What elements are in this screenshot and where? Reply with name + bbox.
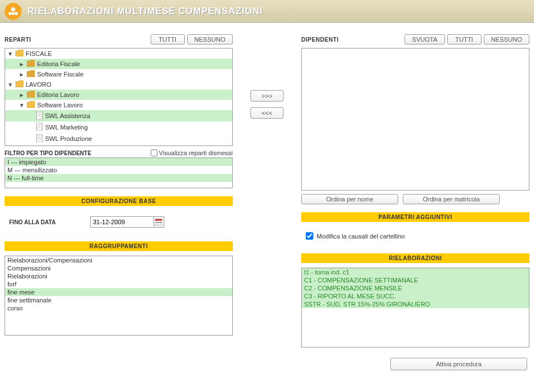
page-title: RIELABORAZIONI MULTIMESE COMPENSAZIONI [27, 6, 263, 17]
folder-icon [15, 80, 23, 88]
filtro-item[interactable]: I --- impiegato [5, 158, 232, 166]
riel-list[interactable]: t1 - torna ind. c1C1 - COMPENSAZIONE SET… [301, 268, 529, 347]
ragg-item[interactable]: corso [5, 304, 232, 312]
order-by-name-button[interactable]: Ordina per nome [301, 194, 398, 204]
tree-node[interactable]: SWL Marketing [5, 122, 232, 133]
order-by-matricola-button[interactable]: Ordina per matricola [403, 194, 500, 204]
svg-point-2 [11, 11, 15, 14]
show-dismissed-label: Visualizza reparti dismessi [159, 149, 233, 156]
ragg-item[interactable]: forf [5, 280, 232, 288]
riel-item[interactable]: t1 - torna ind. c1 [302, 268, 529, 276]
ragg-item[interactable]: Rielaborazioni [5, 272, 232, 280]
tree-node[interactable]: ►Editoria Fiscale [5, 59, 232, 69]
tree-node[interactable]: SWL Produzione [5, 133, 232, 144]
tree-node-label: FISCALE [26, 50, 52, 57]
tree-node-label: LAVORO [26, 81, 51, 88]
document-icon [36, 134, 43, 143]
svg-point-3 [15, 11, 18, 14]
svg-point-0 [11, 7, 15, 11]
folder-icon [27, 60, 35, 68]
dipendenti-list[interactable] [301, 48, 529, 191]
expand-icon[interactable]: ► [19, 61, 25, 67]
riel-item[interactable]: C1 - COMPENSAZIONE SETTIMANALE [302, 276, 529, 284]
tree-node[interactable]: ▼LAVORO [5, 79, 232, 90]
params-bar: PARAMETRI AGGIUNTIVI [301, 212, 529, 222]
riel-bar: RIELABORAZIONI [301, 253, 529, 263]
app-header: RIELABORAZIONI MULTIMESE COMPENSAZIONI [0, 0, 534, 23]
modify-causali-label: Modifica la causali del cartellino [317, 233, 405, 240]
riel-item[interactable]: C3 - RIPORTO AL MESE SUCC. [302, 292, 529, 300]
reparti-label: REPARTI [5, 37, 31, 43]
reparti-tree[interactable]: ▼FISCALE►Editoria Fiscale►Software Fisca… [5, 48, 233, 146]
document-icon [36, 111, 43, 120]
tree-node-label: SWL Assistenza [45, 112, 90, 119]
document-icon [36, 123, 43, 132]
ragg-item[interactable]: fine settimanale [5, 296, 232, 304]
expand-icon[interactable]: ► [19, 92, 25, 98]
tree-node[interactable]: ►Software Fiscale [5, 69, 232, 79]
ragg-bar: RAGGRUPPAMENTI [5, 241, 233, 251]
svg-rect-20 [160, 222, 161, 223]
modify-causali-checkbox[interactable] [306, 232, 313, 240]
reparti-all-button[interactable]: TUTTI [151, 34, 185, 45]
ragg-list[interactable]: Rielaborazioni/CompensazioniCompensazion… [5, 256, 233, 336]
riel-item[interactable]: SSTR - SUD. STR 15%-25% GIRONALIERO [302, 300, 529, 308]
transfer-back-button[interactable]: <<< [250, 107, 283, 119]
transfer-forward-button[interactable]: >>> [250, 90, 283, 102]
filtro-label: FILTRO PER TIPO DIPENDENTE [5, 150, 91, 156]
tree-node-label: Editoria Lavoro [37, 91, 79, 98]
tree-node-label: Software Lavoro [37, 102, 83, 108]
svg-rect-19 [158, 222, 159, 223]
svg-rect-18 [156, 222, 157, 223]
expand-icon[interactable]: ▼ [19, 102, 25, 108]
expand-icon[interactable]: ▼ [7, 51, 13, 57]
ragg-item[interactable]: fine mese [5, 288, 232, 296]
expand-icon[interactable]: ► [19, 71, 25, 78]
dipendenti-label: DIPENDENTI [301, 37, 339, 43]
riel-item[interactable]: C2 - COMPENSAZIONE MENSILE [302, 284, 529, 292]
svg-rect-8 [37, 123, 42, 131]
folder-icon [27, 101, 35, 109]
show-dismissed-row[interactable]: Visualizza reparti dismessi [151, 149, 233, 156]
date-input[interactable] [91, 217, 153, 227]
dip-all-button[interactable]: TUTTI [447, 34, 482, 45]
show-dismissed-checkbox[interactable] [151, 149, 157, 156]
filtro-list[interactable]: I --- impiegatoM --- mensilizzatoN --- f… [5, 157, 233, 188]
filtro-item[interactable]: N --- full-time [5, 174, 232, 182]
ragg-item[interactable]: Rielaborazioni/Compensazioni [5, 256, 232, 264]
folder-icon [27, 70, 35, 78]
date-field-wrap [90, 216, 164, 228]
calendar-icon[interactable] [153, 217, 164, 227]
tree-node[interactable]: ▼FISCALE [5, 49, 232, 59]
run-procedure-button[interactable]: Attiva procedura [390, 358, 527, 370]
expand-icon[interactable]: ▼ [7, 82, 13, 88]
reparti-none-button[interactable]: NESSUNO [187, 34, 233, 45]
dip-none-button[interactable]: NESSUNO [484, 34, 529, 45]
tree-node[interactable]: ▼Software Lavoro [5, 100, 232, 110]
ragg-item[interactable]: Compensazioni [5, 264, 232, 272]
tree-node-label: SWL Marketing [45, 124, 88, 131]
date-label: FINO ALLA DATA [9, 219, 56, 225]
svg-rect-4 [37, 111, 42, 119]
config-bar: CONFIGURAZIONE BASE [5, 196, 233, 206]
svg-rect-12 [37, 134, 42, 142]
folder-icon [27, 91, 35, 99]
tree-node-label: Software Fiscale [37, 71, 83, 78]
tree-node[interactable]: SWL Assistenza [5, 110, 232, 122]
filtro-item[interactable]: M --- mensilizzato [5, 166, 232, 174]
svg-rect-17 [155, 219, 162, 221]
tree-node-label: Editoria Fiscale [37, 60, 80, 67]
folder-icon [15, 50, 23, 58]
svg-point-1 [9, 11, 12, 14]
tree-node[interactable]: ►Editoria Lavoro [5, 90, 232, 100]
app-icon [5, 3, 22, 20]
tree-node-label: SWL Produzione [45, 135, 92, 142]
dip-empty-button[interactable]: SVUOTA [404, 34, 444, 45]
